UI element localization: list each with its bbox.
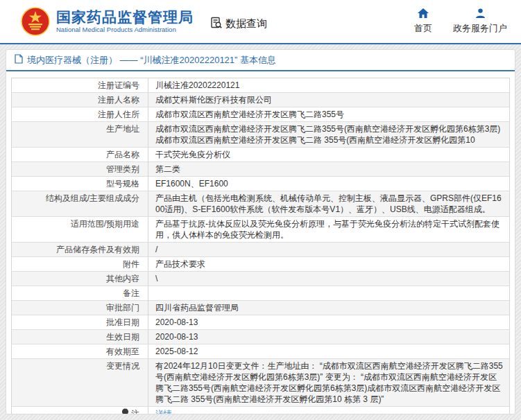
home-icon bbox=[418, 8, 429, 20]
national-emblem-icon bbox=[21, 7, 50, 36]
row-value: 成都市双流区西南航空港经济开发区腾飞二路355号(西南航空港经济开发区孵化园第6… bbox=[148, 122, 509, 147]
table-row: 注册证编号 川械注准20202220121 bbox=[12, 78, 509, 93]
page-title: 境内医疗器械（注册） —— “川械注准20202220121” 基本信息 bbox=[27, 54, 276, 67]
row-value: 2020-08-13 bbox=[148, 330, 509, 344]
note-balloon-icon bbox=[121, 408, 129, 414]
row-label: 变更情况 bbox=[106, 360, 139, 371]
menu-data-query[interactable]: 数据查询 bbox=[210, 17, 267, 31]
row-value: 川械注准20202220121 bbox=[148, 78, 509, 92]
row-value: 第二类 bbox=[148, 162, 509, 176]
content-card: 境内医疗器械（注册） —— “川械注准20202220121” 基本信息 注册证… bbox=[6, 49, 515, 414]
table-row: 注册人名称 成都艾科斯伦医疗科技有限公司 bbox=[12, 93, 509, 107]
row-label: 结构及组成/主要组成成分 bbox=[46, 193, 139, 204]
row-value bbox=[148, 286, 509, 300]
row-label: 注册人名称 bbox=[98, 94, 139, 105]
table-row: 生效日期 2020-08-13 bbox=[12, 330, 509, 344]
row-value: \ bbox=[148, 272, 509, 286]
page-background: 境内医疗器械（注册） —— “川械注准20202220121” 基本信息 注册证… bbox=[0, 44, 521, 420]
row-label: 生产地址 bbox=[106, 123, 139, 134]
nav-gov-portal[interactable]: 政务服务门户 bbox=[453, 8, 507, 35]
site-header: 国家药品监督管理局 National Medical Products Admi… bbox=[0, 0, 521, 43]
row-label: 生效日期 bbox=[106, 331, 139, 342]
row-value: 四川省药品监督管理局 bbox=[148, 301, 509, 315]
row-label: 注册证编号 bbox=[98, 80, 139, 91]
row-value: 2020-08-13 bbox=[148, 315, 509, 329]
row-label: 型号规格 bbox=[106, 178, 139, 189]
document-icon bbox=[15, 54, 23, 67]
row-value: 干式荧光免疫分析仪 bbox=[148, 148, 509, 161]
table-row: 审批部门 四川省药品监督管理局 bbox=[12, 301, 509, 315]
row-label: 产品储存条件及有效期 bbox=[56, 244, 139, 255]
row-value: 产品技术要求 bbox=[148, 257, 509, 271]
note-label: 注 bbox=[131, 408, 139, 414]
table-row: 其他内容 \ bbox=[12, 272, 509, 286]
org-name-en: National Medical Products Administration bbox=[56, 26, 194, 33]
data-query-icon bbox=[210, 17, 223, 31]
table-row: 注册人住所 成都市双流区西南航空港经济开发区腾飞二路355号 bbox=[12, 107, 509, 122]
row-label: 备注 bbox=[123, 288, 139, 299]
nav-gov-portal-label: 政务服务门户 bbox=[453, 22, 507, 35]
row-label: 产品名称 bbox=[106, 149, 139, 160]
row-value: / bbox=[148, 243, 509, 256]
note-row: 注 详情 bbox=[12, 407, 509, 414]
row-value: 产品基于抗原-抗体反应以及荧光免疫分析原理，与基于荧光免疫分析法的特定干式试剂配… bbox=[148, 217, 509, 242]
table-row: 附件 产品技术要求 bbox=[12, 257, 509, 272]
card-title-bar: 境内医疗器械（注册） —— “川械注准20202220121” 基本信息 bbox=[6, 50, 515, 71]
table-row: 变更情况 有2024年12月10日变更文件：生产地址由： “成都市双流区西南航空… bbox=[12, 359, 509, 407]
registration-info-table: 注册证编号 川械注准20202220121 注册人名称 成都艾科斯伦医疗科技有限… bbox=[11, 78, 510, 414]
row-value: EF1600N、EF1600 bbox=[148, 177, 509, 191]
row-value: 2025-08-12 bbox=[148, 344, 509, 358]
table-row: 有效期至 2025-08-12 bbox=[12, 344, 509, 359]
row-value: 有2024年12月10日变更文件：生产地址由： “成都市双流区西南航空港经济开发… bbox=[148, 359, 509, 406]
table-row: 结构及组成/主要组成成分 产品由主机（包括光电检测系统、机械传动单元、控制主板、… bbox=[12, 191, 509, 217]
row-label: 其他内容 bbox=[106, 273, 139, 284]
table-row: 适用范围/预期用途 产品基于抗原-抗体反应以及荧光免疫分析原理，与基于荧光免疫分… bbox=[12, 217, 509, 243]
row-label: 审批部门 bbox=[106, 302, 139, 313]
org-name-cn: 国家药品监督管理局 bbox=[56, 9, 194, 25]
table-row: 产品储存条件及有效期 / bbox=[12, 243, 509, 257]
table-row: 产品名称 干式荧光免疫分析仪 bbox=[12, 148, 509, 162]
row-label: 适用范围/预期用途 bbox=[71, 218, 139, 229]
menu-data-query-label: 数据查询 bbox=[225, 17, 267, 30]
user-icon bbox=[475, 8, 486, 20]
table-row: 批准日期 2020-08-13 bbox=[12, 315, 509, 330]
site-logo[interactable]: 国家药品监督管理局 National Medical Products Admi… bbox=[21, 7, 194, 36]
row-value: 成都市双流区西南航空港经济开发区腾飞二路355号 bbox=[148, 107, 509, 121]
table-row: 生产地址 成都市双流区西南航空港经济开发区腾飞二路355号(西南航空港经济开发区… bbox=[12, 122, 509, 148]
row-label: 批准日期 bbox=[106, 317, 139, 328]
row-label: 管理类别 bbox=[106, 164, 139, 175]
top-nav: 首页 政务服务门户 bbox=[411, 8, 507, 35]
table-row: 备注 bbox=[12, 286, 509, 301]
row-label: 注册人住所 bbox=[98, 109, 139, 120]
table-row: 型号规格 EF1600N、EF1600 bbox=[12, 177, 509, 191]
row-label: 附件 bbox=[123, 259, 139, 270]
nav-home[interactable]: 首页 bbox=[411, 8, 435, 35]
nav-home-label: 首页 bbox=[414, 22, 432, 35]
table-row: 管理类别 第二类 bbox=[12, 162, 509, 177]
row-value: 成都艾科斯伦医疗科技有限公司 bbox=[148, 93, 509, 107]
note-details-link[interactable]: 详情 bbox=[155, 409, 172, 414]
row-value: 产品由主机（包括光电检测系统、机械传动单元、控制主板、液晶显示器、GPRS部件(… bbox=[148, 191, 509, 216]
row-label: 有效期至 bbox=[106, 346, 139, 357]
